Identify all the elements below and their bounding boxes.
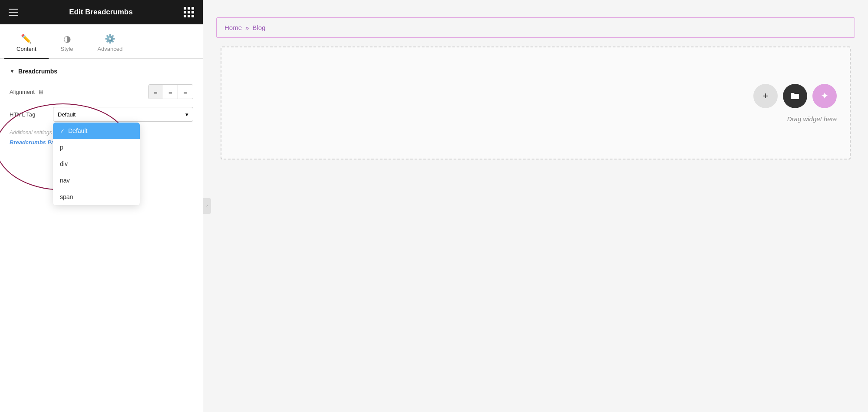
gear-icon: ⚙️ [105,34,116,43]
pencil-icon: ✏️ [21,34,32,43]
dropdown-item-nav-label: nav [60,177,70,184]
chevron-down-icon: ▾ [185,111,188,118]
html-tag-current-value: Default [58,111,76,118]
section-arrow-icon: ▼ [10,68,15,74]
dropdown-item-div[interactable]: div [53,156,140,172]
hamburger-icon[interactable] [9,9,18,16]
tab-style[interactable]: ◑ Style [49,30,86,58]
section-header: ▼ Breadcrumbs [10,68,193,75]
folder-button[interactable] [783,84,807,108]
tab-content[interactable]: ✏️ Content [4,30,49,59]
html-tag-dropdown-menu: ✓ Default p div nav span [53,123,140,205]
canvas-area: Home » Blog + ✦ Drag widget here [203,0,868,412]
alignment-label-text: Alignment [10,89,35,95]
drag-widget-text: Drag widget here [787,115,837,123]
drop-buttons: + ✦ [753,84,837,108]
top-bar: Edit Breadcrumbs [0,0,203,24]
drop-zone: + ✦ Drag widget here [221,47,851,159]
align-center-button[interactable]: ≡ [163,85,178,99]
dropdown-item-span-label: span [60,193,73,200]
html-tag-select[interactable]: Default ▾ [53,107,193,122]
monitor-icon: 🖥 [37,88,44,96]
dropdown-item-p[interactable]: p [53,139,140,156]
dropdown-item-default[interactable]: ✓ Default [53,123,140,139]
tab-advanced-label: Advanced [97,46,122,52]
align-left-button[interactable]: ≡ [149,85,163,99]
panel-title: Edit Breadcrumbs [69,8,132,17]
collapse-icon: ‹ [206,204,208,209]
tabs-bar: ✏️ Content ◑ Style ⚙️ Advanced [0,24,203,59]
panel-content: ▼ Breadcrumbs Alignment 🖥 ≡ ≡ ≡ HTML Tag… [0,59,203,412]
tab-style-label: Style [61,46,73,52]
sparkle-button[interactable]: ✦ [812,84,837,108]
dropdown-item-nav[interactable]: nav [53,172,140,189]
section-title: Breadcrumbs [18,68,57,75]
breadcrumb-home: Home [224,24,242,31]
html-tag-dropdown-wrapper: Default ▾ ✓ Default p div nav [53,107,193,122]
tab-content-label: Content [17,46,36,52]
alignment-row: Alignment 🖥 ≡ ≡ ≡ [10,84,193,99]
left-panel: Edit Breadcrumbs ✏️ Content ◑ Style ⚙️ A… [0,0,203,412]
dropdown-item-p-label: p [60,144,63,151]
html-tag-row: HTML Tag Default ▾ ✓ Default p div [10,107,193,122]
grid-icon[interactable] [184,7,194,17]
html-tag-label: HTML Tag [10,111,53,118]
checkmark-icon: ✓ [60,128,65,134]
halfcircle-icon: ◑ [63,34,71,43]
collapse-handle[interactable]: ‹ [203,198,211,214]
breadcrumb-separator: » [245,24,249,31]
dropdown-item-default-label: Default [68,127,87,134]
dropdown-item-span[interactable]: span [53,189,140,205]
breadcrumb-current: Blog [252,24,265,31]
tab-advanced[interactable]: ⚙️ Advanced [85,30,135,58]
align-right-button[interactable]: ≡ [178,85,193,99]
dropdown-item-div-label: div [60,160,68,167]
alignment-label: Alignment 🖥 [10,88,53,96]
right-panel: Home » Blog + ✦ Drag widget here [203,0,868,412]
alignment-buttons: ≡ ≡ ≡ [148,84,193,99]
add-widget-button[interactable]: + [753,84,778,108]
breadcrumb-widget: Home » Blog [216,17,855,38]
